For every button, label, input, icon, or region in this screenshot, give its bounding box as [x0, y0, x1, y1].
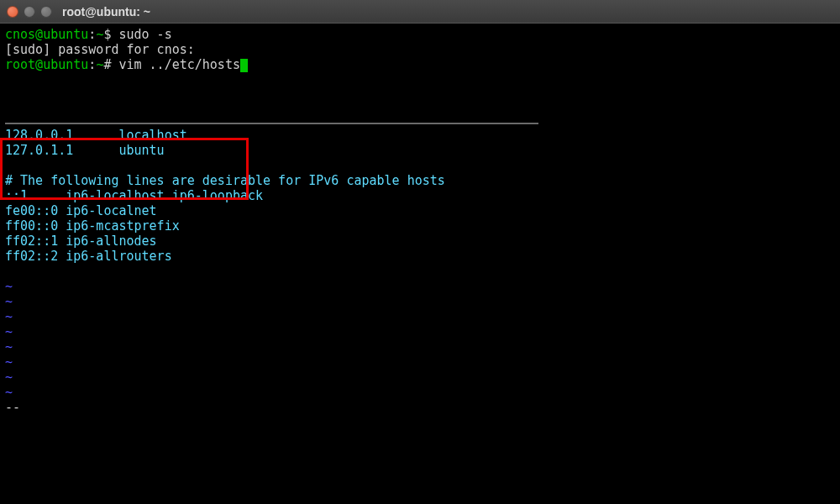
vim-tilde: ~: [5, 294, 835, 309]
vim-status: --: [5, 400, 835, 415]
vim-empty-line: [5, 158, 835, 173]
hosts-ipv6-line: fe00::0 ip6-localnet: [5, 203, 835, 218]
command-text: vim ../etc/hosts: [118, 57, 240, 72]
vim-tilde: ~: [5, 370, 835, 385]
terminal-line: root@ubuntu:~# vim ../etc/hosts: [5, 57, 835, 72]
terminal-line: cnos@ubuntu:~$ sudo -s: [5, 27, 835, 42]
prompt-user: cnos@ubuntu: [5, 27, 88, 42]
prompt-symbol: $: [103, 27, 118, 42]
prompt-symbol: #: [103, 57, 118, 72]
hosts-entry: 127.0.1.1 ubuntu: [5, 143, 835, 158]
vim-empty-line: [5, 264, 835, 279]
vim-tilde: ~: [5, 385, 835, 400]
cursor-icon: [240, 59, 248, 72]
window-title: root@ubuntu: ~: [62, 5, 150, 18]
hosts-ipv6-line: ::1 ip6-localhost ip6-loopback: [5, 188, 835, 203]
prompt-user: root@ubuntu: [5, 57, 88, 72]
hosts-entry: 128.0.0.1 localhost: [5, 128, 835, 143]
terminal[interactable]: cnos@ubuntu:~$ sudo -s [sudo] password f…: [0, 24, 840, 504]
maximize-icon[interactable]: [40, 6, 52, 18]
titlebar: root@ubuntu: ~: [0, 0, 840, 24]
hosts-ipv6-line: ff00::0 ip6-mcastprefix: [5, 218, 835, 234]
terminal-line: [sudo] password for cnos:: [5, 42, 835, 57]
vim-tilde: ~: [5, 354, 835, 370]
hosts-comment: # The following lines are desirable for …: [5, 173, 835, 188]
hosts-ipv6-line: ff02::1 ip6-allnodes: [5, 234, 835, 249]
vim-tilde: ~: [5, 309, 835, 324]
minimize-icon[interactable]: [24, 6, 35, 18]
hosts-ipv6-line: ff02::2 ip6-allrouters: [5, 249, 835, 264]
close-icon[interactable]: [7, 6, 18, 18]
vim-tilde: ~: [5, 279, 835, 294]
command-text: sudo -s: [118, 27, 171, 42]
window-controls: [7, 6, 52, 18]
separator: [5, 123, 538, 124]
vim-tilde: ~: [5, 324, 835, 339]
vim-tilde: ~: [5, 339, 835, 354]
